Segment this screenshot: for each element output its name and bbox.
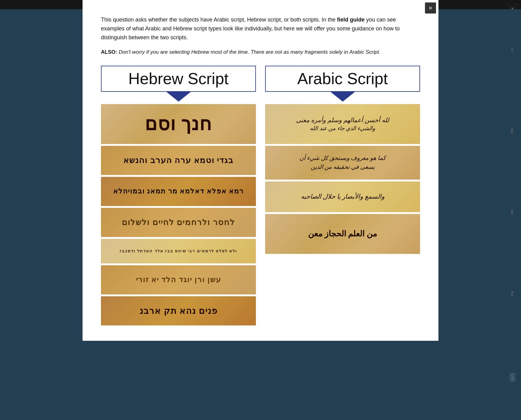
arabic-text-1b: ﻭﺍﻟﺸﻲء ﺍﻟﺬﻱ ﺟﺎء ﻣﻦ ﻋﻨﺪ ﺍﻟﻠﻪ [307,125,378,132]
intro-text-before: This question asks whether the subjects … [101,17,337,23]
arabic-arrow [330,92,355,102]
intro-paragraph: This question asks whether the subjects … [101,15,420,42]
arabic-text-2: ﻛﻤﺎ ﻫﻮ ﻣﻌﺮﻭﻑ ﻭﻳﺴﺘﺤﻖ ﻛﻞ ﺷﻲء ﺃﻥﻳﺴﻌﻰ ﻓﻲ ﺗﺤﻘ… [296,154,389,171]
hebrew-text-1: חנך וסם [142,113,215,135]
also-label: ALSO: [101,49,117,55]
hebrew-image-1: חנך וסם [101,104,256,144]
arabic-text-3: ﻭﺍﻟﺴﻤﻊ ﻭﺍﻷﺑﺼﺎﺭ ﻳﺎ ﺣﻼﻝ ﺍﻟﺼﺎﺣﺒﻪ [298,193,388,200]
hebrew-arrow [166,92,191,102]
intro-bold-text: field guide [337,17,365,23]
arabic-header: Arabic Script [265,66,420,92]
hebrew-image-4: לחסר ולרחמים לחיים ולשלום [101,208,256,237]
also-paragraph: ALSO: Don't worry if you are selecting H… [101,48,420,56]
hebrew-images: חנך וסם בגדי וטמא ערה הערב והנשא רמא אפל… [101,104,256,325]
hebrew-text-4: לחסר ולרחמים לחיים ולשלום [119,218,238,227]
hebrew-image-5: ולא לפלא לרמאים רבי שיהס בבז אלד האדתל ו… [101,239,256,263]
modal-dialog: × This question asks whether the subject… [83,0,438,341]
hebrew-image-2: בגדי וטמא ערה הערב והנשא [101,146,256,175]
hebrew-text-5: ולא לפלא לרמאים רבי שיהס בבז אלד האדתל ו… [117,249,240,254]
arabic-text-4: ﻣﻦ ﺍﻟﻌﻠﻢ ﺍﻟﺤﺠﺎﺯ ﻣﻌﻦ [305,229,380,239]
also-italic-text: Don't worry if you are selecting Hebrew … [119,49,380,55]
hebrew-text-2: בגדי וטמא ערה הערב והנשא [120,156,237,165]
arabic-column: Arabic Script ﻟﻠﻪ ﺃﺣﺴﻦ ﺃﻋﻤﺎﻟﻬﻢ ﻭﺳﻠﻢ ﻭﺃﻣﺮ… [265,66,420,325]
arabic-images: ﻟﻠﻪ ﺃﺣﺴﻦ ﺃﻋﻤﺎﻟﻬﻢ ﻭﺳﻠﻢ ﻭﺃﻣﺮﻩ ﻣﻌﻨﻰ ﻭﺍﻟﺸﻲء … [265,104,420,254]
hebrew-image-3: רמא אפלא דאלמא מר תמאנ ובמויהלא [101,177,256,206]
hebrew-text-3: רמא אפלא דאלמא מר תמאנ ובמויהלא [110,187,247,195]
arabic-text-1a: ﻟﻠﻪ ﺃﺣﺴﻦ ﺃﻋﻤﺎﻟﻬﻢ ﻭﺳﻠﻢ ﻭﺃﻣﺮﻩ ﻣﻌﻨﻰ [293,116,392,124]
hebrew-text-7: פנים נהא תק ארבנ [137,306,221,316]
hebrew-title: Hebrew Script [128,70,229,88]
modal-overlay: × This question asks whether the subject… [0,0,521,420]
hebrew-header: Hebrew Script [101,66,256,92]
arabic-title: Arabic Script [297,70,388,88]
hebrew-text-6: עשן ורן יוגד הלד יא זורי [133,275,224,284]
hebrew-column: Hebrew Script חנך וסם בגדי וטמא ערה הערב… [101,66,256,325]
scripts-container: Hebrew Script חנך וסם בגדי וטמא ערה הערב… [101,66,420,325]
modal-close-button[interactable]: × [425,2,436,14]
arabic-image-1: ﻟﻠﻪ ﺃﺣﺴﻦ ﺃﻋﻤﺎﻟﻬﻢ ﻭﺳﻠﻢ ﻭﺃﻣﺮﻩ ﻣﻌﻨﻰ ﻭﺍﻟﺸﻲء … [265,104,420,144]
hebrew-image-7: פנים נהא תק ארבנ [101,296,256,325]
arabic-image-2: ﻛﻤﺎ ﻫﻮ ﻣﻌﺮﻭﻑ ﻭﻳﺴﺘﺤﻖ ﻛﻞ ﺷﻲء ﺃﻥﻳﺴﻌﻰ ﻓﻲ ﺗﺤﻘ… [265,146,420,180]
arabic-image-3: ﻭﺍﻟﺴﻤﻊ ﻭﺍﻷﺑﺼﺎﺭ ﻳﺎ ﺣﻼﻝ ﺍﻟﺼﺎﺣﺒﻪ [265,181,420,212]
hebrew-image-6: עשן ורן יוגד הלד יא זורי [101,265,256,294]
arabic-image-4: ﻣﻦ ﺍﻟﻌﻠﻢ ﺍﻟﺤﺠﺎﺯ ﻣﻌﻦ [265,214,420,254]
